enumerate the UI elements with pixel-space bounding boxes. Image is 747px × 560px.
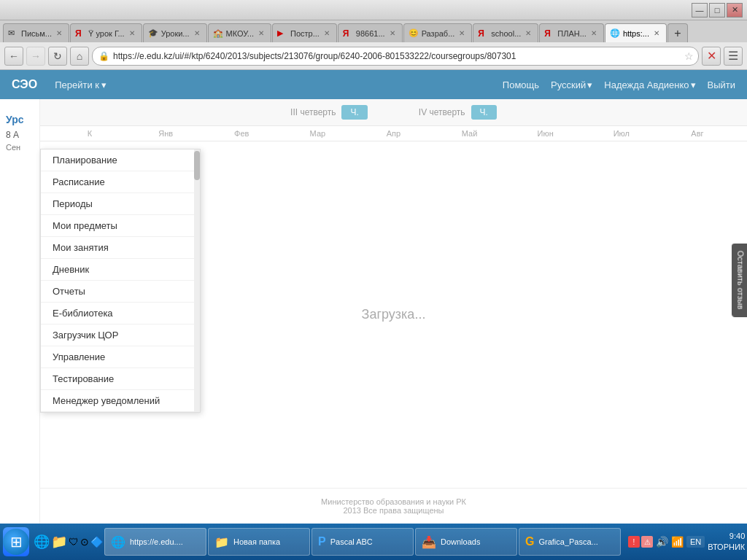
month-7[interactable]: Июл [584,129,659,138]
quarter-4-label: IV четверть [419,107,465,117]
close-button[interactable]: ✕ [727,3,743,18]
taskbar-app-browser[interactable]: 🌐 https://e.edu.... [104,528,206,556]
taskbar-folder-icon[interactable]: 📁 [51,531,67,553]
clock-time: 9:40 [708,531,745,542]
month-2[interactable]: Фев [204,129,279,138]
taskbar-ie-icon[interactable]: 🌐 [34,531,50,553]
volume-icon[interactable]: 🔊 [656,536,668,548]
left-panel: Урс 8 А Сен [0,99,40,524]
month-8[interactable]: Авг [659,129,735,138]
language-indicator[interactable]: EN [686,536,705,548]
tab-4[interactable]: 🏫 МКОУ... ✕ [208,23,271,42]
tab-label-5: Постр... [290,29,320,38]
spinner-button[interactable]: ✕ [702,47,721,66]
sidebar-item-diary[interactable]: Дневник [41,259,200,281]
bookmark-star-icon[interactable]: ☆ [684,50,694,62]
clock-day: ВТОРНИК [708,542,745,553]
sidebar-scrollbar-thumb[interactable] [194,151,200,180]
tab-close-10[interactable]: ✕ [651,28,662,39]
tab-1[interactable]: ✉ Письм... ✕ [3,23,69,42]
tab-6[interactable]: Я 98661... ✕ [338,23,403,42]
maximize-button[interactable]: □ [709,3,725,18]
tab-10[interactable]: 🌐 https:... ✕ [605,23,667,42]
sidebar-item-testing[interactable]: Тестирование [41,368,200,390]
folder-taskbar-label: Новая папка [233,537,280,546]
tab-2[interactable]: Я Ÿ урок Г... ✕ [70,23,142,42]
page-footer: Министерство образования и науки РК 2013… [40,488,747,524]
tab-7[interactable]: 😊 Разраб... ✕ [403,23,473,42]
month-0[interactable]: К [52,129,128,138]
tab-favicon-3: 🎓 [148,28,158,39]
sidebar-item-periods[interactable]: Периоды [41,193,200,215]
taskbar-antivirus-icon[interactable]: 🛡 [69,531,79,553]
taskbar-app-grafica[interactable]: G Grafica_Pasca... [519,528,621,556]
class-label: 8 А [0,128,39,141]
network-icon[interactable]: 📶 [671,536,684,548]
system-tray: ! ⚠ 🔊 📶 EN 9:40 ВТОРНИК [624,531,747,553]
loading-text: Загрузка... [362,307,426,322]
quarter-3-button[interactable]: Ч. [341,105,367,120]
month-6[interactable]: Июн [508,129,584,138]
system-time: 9:40 ВТОРНИК [708,531,745,553]
notify-icon-1: ! [628,536,640,548]
sidebar-item-my-classes[interactable]: Мои занятия [41,237,200,259]
reload-button[interactable]: ↻ [48,47,67,66]
menu-button[interactable]: ☰ [724,47,743,66]
sidebar-item-management[interactable]: Управление [41,346,200,368]
month-3[interactable]: Мар [279,129,355,138]
home-button[interactable]: ⌂ [70,47,89,66]
sidebar-item-reports[interactable]: Отчеты [41,281,200,303]
tab-close-1[interactable]: ✕ [54,28,64,39]
sidebar-scrollbar[interactable] [194,149,200,412]
tab-label-9: ПЛАН... [557,29,587,38]
minimize-button[interactable]: — [692,3,708,18]
month-bar: К Янв Фев Мар Апр Май Июн Июл Авг [40,126,747,141]
tab-3[interactable]: 🎓 Уроки... ✕ [143,23,207,42]
url-bar[interactable]: 🔒 https://e.edu.kz/ui/#/ktp/6240/2013/su… [92,47,699,66]
tab-close-7[interactable]: ✕ [457,28,467,39]
taskbar-app-downloads[interactable]: 📥 Downloads [415,528,517,556]
taskbar-chrome-icon[interactable]: ⊙ [80,531,89,553]
nav-logout-link[interactable]: Выйти [708,79,736,90]
month-5[interactable]: Май [432,129,508,138]
quarter-4-button[interactable]: Ч. [471,105,497,120]
new-tab-button[interactable]: + [667,23,688,42]
tab-close-8[interactable]: ✕ [523,28,533,39]
sidebar-item-elibrary[interactable]: Е-библиотека [41,303,200,324]
tab-close-5[interactable]: ✕ [322,28,332,39]
start-button[interactable]: ⊞ [3,527,29,556]
chevron-down-icon: ▾ [691,79,696,90]
nav-menu-button[interactable]: Перейти к ▾ [55,79,107,90]
month-4[interactable]: Апр [355,129,431,138]
forward-button[interactable]: → [26,47,45,66]
month-1[interactable]: Янв [128,129,204,138]
tab-label-2: Ÿ урок Г... [88,29,125,38]
feedback-button[interactable]: Оставить отзыв [732,244,747,317]
tab-close-3[interactable]: ✕ [192,28,202,39]
tab-8[interactable]: Я school... ✕ [473,23,538,42]
sidebar-item-loader[interactable]: Загрузчик ЦОР [41,324,200,346]
sidebar-item-notifications[interactable]: Менеджер уведомлений [41,390,200,412]
tab-close-6[interactable]: ✕ [387,28,398,39]
nav-help-link[interactable]: Помощь [503,79,539,90]
tab-5[interactable]: ▶ Постр... ✕ [272,23,337,42]
browser-chrome: — □ ✕ ✉ Письм... ✕ Я Ÿ урок Г... ✕ 🎓 Уро… [0,0,747,70]
tab-close-9[interactable]: ✕ [589,28,599,39]
tab-favicon-9: Я [544,28,554,39]
nav-user-button[interactable]: Надежда Авдиенко ▾ [604,79,695,90]
app-container: СЭО Перейти к ▾ Помощь Русский ▾ Надежда… [0,70,747,524]
taskbar-app-folder[interactable]: 📁 Новая папка [208,528,310,556]
window-controls[interactable]: — □ ✕ [692,3,743,18]
sidebar-item-my-subjects[interactable]: Мои предметы [41,215,200,237]
tab-close-2[interactable]: ✕ [127,28,137,39]
tab-close-4[interactable]: ✕ [256,28,266,39]
sidebar-item-planning[interactable]: Планирование [41,149,200,171]
tab-bar: ✉ Письм... ✕ Я Ÿ урок Г... ✕ 🎓 Уроки... … [0,20,747,42]
back-button[interactable]: ← [4,47,23,66]
sidebar-item-schedule[interactable]: Расписание [41,171,200,193]
taskbar-extra-icon[interactable]: 🔷 [90,531,103,553]
taskbar-app-pascal[interactable]: P Pascal ABC [311,528,414,556]
nav-lang-button[interactable]: Русский ▾ [551,79,592,90]
app-logo[interactable]: СЭО [12,78,37,91]
tab-9[interactable]: Я ПЛАН... ✕ [539,23,604,42]
